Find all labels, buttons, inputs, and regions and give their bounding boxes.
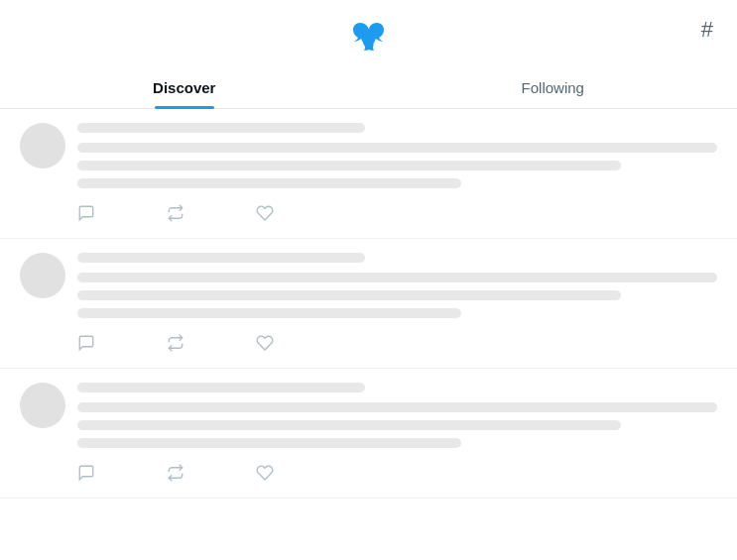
retweet-button[interactable] [167,458,196,488]
retweet-icon [167,334,184,352]
comment-button[interactable] [77,328,107,358]
skeleton-line [77,161,621,170]
skeleton-line [77,420,621,430]
tab-bar: Discover Following [0,65,737,109]
retweet-button[interactable] [167,328,196,358]
avatar [20,253,65,298]
tab-following[interactable]: Following [369,65,738,108]
retweet-icon [167,464,184,482]
skeleton-title [77,253,365,263]
heart-icon [256,464,274,482]
butterfly-logo [353,23,385,56]
table-row [0,239,737,369]
skeleton-line [77,178,461,188]
like-button[interactable] [256,198,286,228]
feed-list [0,109,737,499]
tab-discover[interactable]: Discover [0,65,369,108]
post-actions [77,328,717,358]
comment-icon [77,464,95,482]
like-button[interactable] [256,458,286,488]
skeleton-title [77,383,365,392]
retweet-icon [167,204,184,222]
skeleton-line [77,143,717,153]
comment-button[interactable] [77,198,107,228]
avatar [20,383,65,428]
post-content [77,253,717,358]
retweet-button[interactable] [167,198,196,228]
skeleton-title [77,123,365,133]
app-header: # [0,0,737,59]
skeleton-line [77,308,461,318]
post-actions [77,198,717,228]
hashtag-icon[interactable]: # [701,17,713,43]
table-row [0,109,737,239]
skeleton-line [77,290,621,300]
post-actions [77,458,717,488]
heart-icon [256,334,274,352]
skeleton-line [77,273,717,282]
post-content [77,383,717,488]
avatar [20,123,65,168]
post-content [77,123,717,228]
table-row [0,369,737,499]
comment-button[interactable] [77,458,107,488]
comment-icon [77,204,95,222]
heart-icon [256,204,274,222]
skeleton-line [77,438,461,448]
like-button[interactable] [256,328,286,358]
comment-icon [77,334,95,352]
skeleton-line [77,402,717,412]
